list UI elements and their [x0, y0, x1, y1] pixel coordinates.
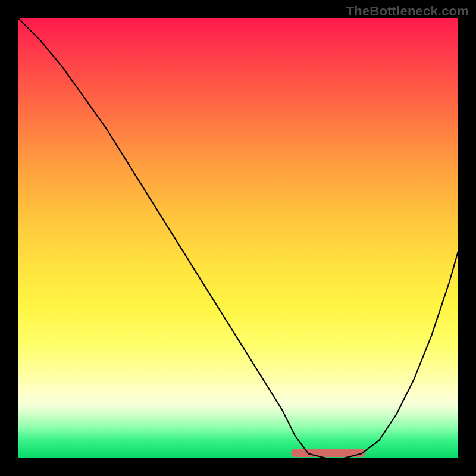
bottleneck-curve-line [18, 18, 458, 458]
plot-area [18, 18, 458, 458]
watermark-text: TheBottleneck.com [346, 4, 469, 19]
curve-layer [18, 18, 458, 458]
chart-frame: TheBottleneck.com [0, 0, 476, 476]
